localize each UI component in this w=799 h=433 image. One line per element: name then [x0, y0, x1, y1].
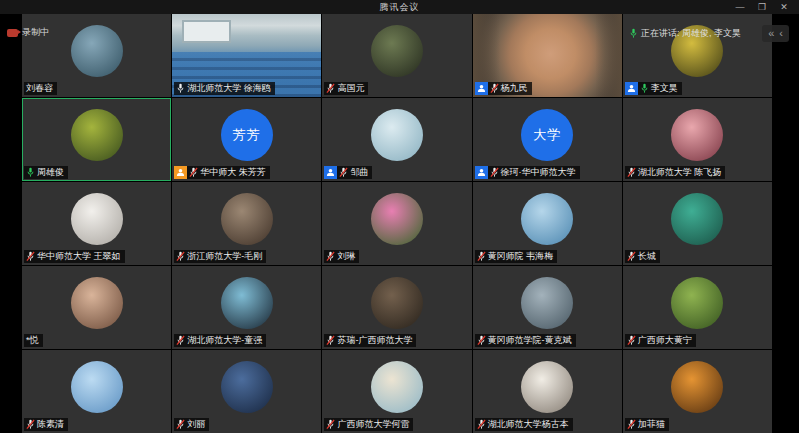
- participant-name: 李文昊: [651, 82, 678, 95]
- participant-tile[interactable]: *悦: [22, 266, 171, 349]
- mic-muted-icon: [490, 167, 499, 178]
- participant-name: 刘春容: [26, 82, 53, 95]
- mic-muted-icon: [627, 251, 636, 262]
- avatar: [521, 277, 573, 329]
- meeting-window: 腾讯会议 — ❐ ✕ 录制中 正在讲话: 周雄俊, 李文昊 « ‹ 刘春容湖北师…: [0, 0, 799, 433]
- participant-tile[interactable]: 杨九民: [473, 14, 622, 97]
- participant-tile[interactable]: 刘丽: [172, 350, 321, 433]
- recording-indicator: 录制中: [7, 26, 49, 39]
- participant-tile[interactable]: 黄冈师院 韦海梅: [473, 182, 622, 265]
- maximize-button[interactable]: ❐: [751, 0, 773, 14]
- participant-name: 湖北师范大学杨古本: [488, 418, 569, 431]
- participant-tile[interactable]: 加菲猫: [623, 350, 772, 433]
- participant-label-row: 刘春容: [24, 82, 57, 95]
- participant-name: 苏瑞-广西师范大学: [337, 334, 412, 347]
- role-badge-icon: [475, 166, 488, 179]
- avatar: [371, 193, 423, 245]
- window-title: 腾讯会议: [380, 1, 420, 14]
- recording-label: 录制中: [22, 26, 49, 39]
- mic-muted-icon: [627, 335, 636, 346]
- mic-muted-icon: [490, 83, 499, 94]
- participant-tile[interactable]: 苏瑞-广西师范大学: [322, 266, 471, 349]
- participant-tile[interactable]: 湖北师范大学-童强: [172, 266, 321, 349]
- mic-muted-icon: [176, 419, 185, 430]
- speaking-label: 正在讲话: 周雄俊, 李文昊: [641, 27, 741, 40]
- speaking-indicator: 正在讲话: 周雄俊, 李文昊: [629, 27, 741, 40]
- participant-name: 湖北师范大学 陈飞扬: [638, 166, 722, 179]
- participant-label-row: 杨九民: [475, 82, 532, 95]
- mic-muted-icon: [189, 167, 198, 178]
- prev-page-icon[interactable]: «: [768, 28, 774, 39]
- participant-name-label: 苏瑞-广西师范大学: [324, 334, 416, 347]
- avatar: [521, 361, 573, 413]
- participant-tile[interactable]: 黄冈师范学院-黄克斌: [473, 266, 622, 349]
- mic-muted-icon: [339, 167, 348, 178]
- participant-name-label: 广西师范大学何雷: [324, 418, 413, 431]
- participant-name-label: 湖北师范大学 徐海鸥: [174, 82, 275, 95]
- participant-name: 黄冈师范学院-黄克斌: [488, 334, 572, 347]
- participant-tile[interactable]: 湖北师范大学杨古本: [473, 350, 622, 433]
- participant-label-row: 广西师范大学何雷: [324, 418, 413, 431]
- mic-muted-icon: [477, 419, 486, 430]
- avatar: [221, 361, 273, 413]
- participant-label-row: 刘琳: [324, 250, 359, 263]
- participant-tile[interactable]: 湖北师范大学 陈飞扬: [623, 98, 772, 181]
- participant-label-row: 高国元: [324, 82, 368, 95]
- participant-name: 湖北师范大学-童强: [187, 334, 262, 347]
- participant-name: 加菲猫: [638, 418, 665, 431]
- participant-name: 刘丽: [187, 418, 205, 431]
- participant-tile[interactable]: 湖北师范大学 徐海鸥: [172, 14, 321, 97]
- avatar: [221, 277, 273, 329]
- participant-label-row: 广西师大黄宁: [625, 334, 696, 347]
- participant-label-row: *悦: [24, 334, 43, 347]
- mic-muted-icon: [326, 335, 335, 346]
- participant-tile[interactable]: 浙江师范大学-毛刚: [172, 182, 321, 265]
- participant-tile[interactable]: 长城: [623, 182, 772, 265]
- participant-name-label: 华中师范大学 王翠如: [24, 250, 125, 263]
- participant-label-row: 加菲猫: [625, 418, 669, 431]
- avatar: [671, 277, 723, 329]
- participant-label-row: 刘丽: [174, 418, 209, 431]
- participant-tile[interactable]: 广西师大黄宁: [623, 266, 772, 349]
- participant-name-label: 徐珂·华中师范大学: [488, 166, 580, 179]
- mic-muted-icon: [26, 251, 35, 262]
- participant-name: 邹曲: [350, 166, 368, 179]
- close-button[interactable]: ✕: [773, 0, 795, 14]
- participant-name: 杨九民: [501, 82, 528, 95]
- participant-tile[interactable]: 高国元: [322, 14, 471, 97]
- mic-muted-icon: [477, 335, 486, 346]
- avatar: [521, 193, 573, 245]
- collapse-icon[interactable]: ‹: [779, 28, 783, 39]
- participant-name-label: *悦: [24, 334, 43, 347]
- mic-muted-icon: [627, 167, 636, 178]
- participant-name-label: 加菲猫: [625, 418, 669, 431]
- participant-name: 湖北师范大学 徐海鸥: [187, 82, 271, 95]
- participant-name-label: 刘春容: [24, 82, 57, 95]
- page-nav[interactable]: « ‹: [762, 25, 789, 42]
- participant-tile[interactable]: 华中师范大学 王翠如: [22, 182, 171, 265]
- participant-name-label: 高国元: [324, 82, 368, 95]
- participant-tile[interactable]: 刘琳: [322, 182, 471, 265]
- participant-name-label: 杨九民: [488, 82, 532, 95]
- participant-name-label: 华中师大 朱芳芳: [187, 166, 270, 179]
- participant-name-label: 黄冈师范学院-黄克斌: [475, 334, 576, 347]
- minimize-button[interactable]: —: [729, 0, 751, 14]
- participant-label-row: 湖北师范大学杨古本: [475, 418, 573, 431]
- participant-label-row: 苏瑞-广西师范大学: [324, 334, 416, 347]
- participant-tile[interactable]: 周雄俊: [22, 98, 171, 181]
- avatar: [221, 193, 273, 245]
- avatar: [371, 25, 423, 77]
- participant-tile[interactable]: 陈素清: [22, 350, 171, 433]
- participant-label-row: 邹曲: [324, 166, 372, 179]
- participant-name-label: 黄冈师院 韦海梅: [475, 250, 558, 263]
- mic-muted-icon: [477, 251, 486, 262]
- participant-tile[interactable]: 大学徐珂·华中师范大学: [473, 98, 622, 181]
- mic-muted-icon: [176, 251, 185, 262]
- participant-name: 广西师大黄宁: [638, 334, 692, 347]
- mic-muted-icon: [326, 251, 335, 262]
- participant-tile[interactable]: 邹曲: [322, 98, 471, 181]
- participant-tile[interactable]: 芳芳华中师大 朱芳芳: [172, 98, 321, 181]
- participant-name: 长城: [638, 250, 656, 263]
- participant-name: 徐珂·华中师范大学: [501, 166, 576, 179]
- participant-tile[interactable]: 广西师范大学何雷: [322, 350, 471, 433]
